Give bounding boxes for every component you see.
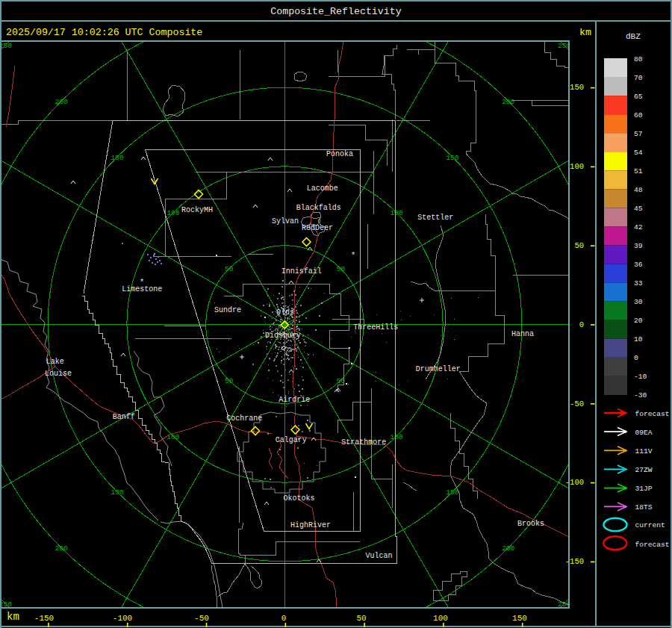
svg-text:150: 150 [111, 488, 124, 497]
svg-text:111V: 111V [635, 447, 653, 456]
svg-text:RedDeer: RedDeer [302, 224, 333, 232]
svg-text:65: 65 [634, 93, 643, 101]
svg-text:Limestone: Limestone [122, 285, 162, 293]
svg-text:200: 200 [55, 98, 68, 106]
svg-text:45: 45 [634, 205, 643, 213]
svg-text:-100: -100 [113, 614, 132, 623]
svg-text:42: 42 [634, 223, 643, 231]
svg-text:Drumheller: Drumheller [416, 365, 461, 373]
svg-text:Banff: Banff [113, 413, 135, 421]
svg-text:Brooks: Brooks [517, 520, 544, 528]
svg-text:50: 50 [574, 241, 584, 250]
svg-text:33: 33 [634, 279, 643, 287]
svg-text:Airdrie: Airdrie [279, 396, 310, 404]
svg-text:0: 0 [579, 320, 584, 329]
svg-text:-150: -150 [565, 557, 584, 566]
svg-text:50: 50 [356, 614, 366, 623]
svg-text:Blackfalds: Blackfalds [296, 204, 341, 212]
svg-text:RockyMH: RockyMH [181, 206, 213, 214]
svg-text:-150: -150 [34, 614, 54, 623]
svg-text:54: 54 [634, 149, 643, 157]
svg-text:Vulcan: Vulcan [366, 552, 393, 560]
svg-text:current: current [635, 521, 665, 529]
svg-text:Okotoks: Okotoks [284, 494, 315, 503]
svg-text:Lake: Lake [46, 358, 64, 366]
svg-text:09EA: 09EA [635, 429, 653, 437]
svg-text:Composite_Reflectivity: Composite_Reflectivity [270, 6, 402, 17]
svg-text:80: 80 [634, 55, 643, 63]
svg-text:200: 200 [502, 544, 514, 553]
svg-text:18TS: 18TS [635, 503, 653, 512]
svg-text:Calgary: Calgary [276, 436, 307, 444]
svg-text:36: 36 [634, 261, 643, 269]
svg-text:km: km [7, 611, 19, 623]
svg-text:forecast: forecast [635, 541, 670, 549]
svg-text:Didsbury: Didsbury [265, 332, 301, 340]
svg-text:100: 100 [570, 162, 584, 171]
svg-text:100: 100 [391, 209, 403, 217]
svg-text:150: 150 [111, 154, 124, 162]
svg-text:200: 200 [502, 98, 514, 106]
svg-text:-50: -50 [194, 614, 209, 623]
svg-text:Sundre: Sundre [214, 306, 241, 314]
svg-text:150: 150 [446, 154, 458, 162]
svg-text:Stettler: Stettler [417, 214, 453, 222]
svg-text:50: 50 [225, 265, 234, 273]
svg-text:Strathmore: Strathmore [341, 438, 386, 447]
svg-text:-50: -50 [570, 400, 584, 408]
svg-text:30: 30 [634, 298, 643, 306]
svg-text:Cochrane: Cochrane [226, 414, 262, 423]
svg-text:60: 60 [634, 111, 643, 119]
svg-text:50: 50 [225, 377, 234, 385]
svg-text:Ponoka: Ponoka [326, 150, 353, 158]
svg-text:Olds: Olds [276, 308, 294, 317]
svg-text:20: 20 [634, 317, 643, 325]
svg-text:100: 100 [391, 433, 403, 441]
svg-text:0: 0 [281, 614, 287, 623]
svg-text:150: 150 [446, 488, 458, 497]
svg-text:150: 150 [570, 83, 584, 92]
svg-text:-10: -10 [634, 373, 647, 381]
svg-text:50: 50 [337, 377, 346, 385]
svg-text:0: 0 [634, 354, 638, 362]
svg-text:Innisfail: Innisfail [281, 267, 322, 276]
svg-text:100: 100 [167, 433, 179, 441]
svg-text:HighRiver: HighRiver [290, 521, 331, 529]
svg-text:2025/09/17 10:02:26 UTC Compos: 2025/09/17 10:02:26 UTC Composite [6, 27, 202, 38]
svg-text:39: 39 [634, 242, 643, 250]
svg-text:Sylvan: Sylvan [272, 217, 299, 226]
svg-text:31JP: 31JP [635, 485, 653, 493]
svg-text:dBZ: dBZ [626, 32, 641, 41]
svg-text:150: 150 [512, 614, 527, 623]
svg-text:-30: -30 [634, 391, 647, 400]
svg-text:48: 48 [634, 186, 643, 194]
svg-text:100: 100 [167, 209, 179, 217]
svg-text:km: km [579, 27, 591, 38]
svg-text:*: * [351, 251, 356, 260]
svg-text:forecast: forecast [635, 410, 670, 418]
svg-text:200: 200 [55, 544, 68, 553]
svg-text:51: 51 [634, 167, 643, 175]
svg-text:ThreeHills: ThreeHills [353, 323, 398, 332]
svg-text:Louise: Louise [45, 370, 72, 378]
svg-text:50: 50 [337, 265, 346, 273]
svg-text:10: 10 [634, 335, 643, 343]
svg-text:27ZW: 27ZW [635, 466, 653, 474]
svg-text:100: 100 [433, 614, 448, 623]
svg-text:250: 250 [0, 42, 12, 50]
svg-text:70: 70 [634, 74, 643, 82]
svg-text:57: 57 [634, 130, 643, 138]
svg-text:Hanna: Hanna [511, 330, 534, 338]
svg-text:Lacombe: Lacombe [307, 184, 338, 193]
svg-text:-100: -100 [565, 478, 584, 487]
